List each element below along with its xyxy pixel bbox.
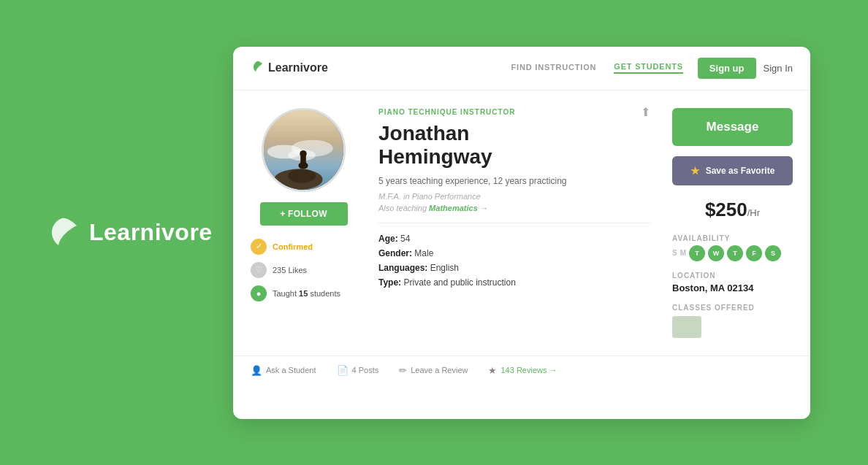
avatar bbox=[262, 108, 346, 192]
day-m: M bbox=[680, 249, 686, 257]
availability-label: AVAILABILITY bbox=[672, 234, 793, 242]
nav-logo-label: Learnivore bbox=[268, 61, 328, 74]
confirmed-label: Confirmed bbox=[273, 242, 313, 251]
students-stat: ● Taught 15 students bbox=[251, 285, 357, 301]
reviews-icon: ★ bbox=[488, 365, 497, 376]
favorite-button[interactable]: ★ Save as Favorite bbox=[672, 156, 793, 185]
availability-days: S M T W T F S bbox=[672, 245, 793, 261]
also-teaching-link[interactable]: Mathematics bbox=[429, 204, 478, 212]
instructor-name: Jonathan Hemingway bbox=[378, 122, 650, 169]
share-icon[interactable]: ⬆ bbox=[641, 105, 650, 119]
follow-button[interactable]: + FOLLOW bbox=[260, 202, 348, 226]
age-row: Age: 54 bbox=[378, 234, 650, 244]
tab-leave-review[interactable]: ✏ Leave a Review bbox=[399, 365, 468, 376]
availability-section: AVAILABILITY S M T W T F S bbox=[672, 234, 793, 261]
signin-button[interactable]: Sign In bbox=[764, 63, 793, 74]
nav-links: FIND INSTRUCTION GET STUDENTS bbox=[511, 62, 683, 74]
stats-list: ✓ Confirmed ♡ 235 Likes ● Taught 15 stud… bbox=[251, 239, 357, 301]
svg-point-5 bbox=[288, 169, 316, 182]
gender-row: Gender: Male bbox=[378, 248, 650, 258]
tab-reviews-label: 143 Reviews → bbox=[500, 366, 557, 374]
ask-student-icon: 👤 bbox=[251, 365, 262, 376]
confirmed-stat: ✓ Confirmed bbox=[251, 239, 357, 255]
likes-icon: ♡ bbox=[251, 262, 267, 278]
message-button[interactable]: Message bbox=[672, 108, 793, 146]
price-unit: /Hr bbox=[747, 207, 760, 218]
price-value: $250 bbox=[705, 199, 747, 220]
location-section: LOCATION Boston, MA 02134 bbox=[672, 272, 793, 293]
posts-icon: 📄 bbox=[337, 365, 349, 376]
tab-posts-label: 4 Posts bbox=[352, 366, 379, 374]
likes-label: 235 Likes bbox=[273, 266, 307, 274]
svg-point-8 bbox=[300, 150, 306, 156]
day-f: F bbox=[746, 245, 762, 261]
tab-reviews[interactable]: ★ 143 Reviews → bbox=[488, 365, 557, 376]
instructor-experience: 5 years teaching experience, 12 years pr… bbox=[378, 176, 650, 186]
day-s2: S bbox=[765, 245, 781, 261]
class-thumbnail bbox=[672, 316, 701, 338]
students-label: Taught 15 students bbox=[273, 289, 340, 298]
location-value: Boston, MA 02134 bbox=[672, 283, 793, 293]
students-icon: ● bbox=[251, 285, 267, 301]
tab-ask-student-label: Ask a Student bbox=[266, 366, 316, 374]
nav-logo-leaf-icon bbox=[251, 60, 264, 77]
nav-logo: Learnivore bbox=[251, 60, 328, 77]
instructor-tag: PIANO TECHNIQUE INSTRUCTOR bbox=[378, 108, 516, 116]
instructor-degree: M.F.A. in Piano Performance bbox=[378, 192, 650, 201]
day-t1: T bbox=[689, 245, 705, 261]
left-panel: + FOLLOW ✓ Confirmed ♡ 235 Likes ● Taugh… bbox=[251, 108, 357, 338]
signup-button[interactable]: Sign up bbox=[698, 58, 756, 79]
day-w: W bbox=[708, 245, 724, 261]
classes-label: CLASSES OFFERED bbox=[672, 304, 793, 312]
languages-row: Languages: English bbox=[378, 263, 650, 273]
bg-logo-text: Learnivore bbox=[89, 219, 213, 246]
middle-panel: PIANO TECHNIQUE INSTRUCTOR ⬆ Jonathan He… bbox=[371, 108, 658, 338]
type-row: Type: Private and public instruction bbox=[378, 277, 650, 288]
likes-stat: ♡ 235 Likes bbox=[251, 262, 357, 278]
day-s1: S bbox=[672, 249, 677, 257]
price-area: $250/Hr bbox=[672, 196, 793, 224]
also-teaching: Also teaching Mathematics → bbox=[378, 204, 650, 212]
navbar: Learnivore FIND INSTRUCTION GET STUDENTS… bbox=[233, 47, 810, 91]
tab-leave-review-label: Leave a Review bbox=[411, 366, 468, 374]
info-list: Age: 54 Gender: Male Languages: English … bbox=[378, 234, 650, 288]
nav-get-students[interactable]: GET STUDENTS bbox=[614, 62, 683, 74]
background-logo: Learnivore bbox=[44, 215, 213, 251]
main-card: Learnivore FIND INSTRUCTION GET STUDENTS… bbox=[233, 47, 810, 419]
card-body: + FOLLOW ✓ Confirmed ♡ 235 Likes ● Taugh… bbox=[233, 91, 810, 356]
nav-find-instruction[interactable]: FIND INSTRUCTION bbox=[511, 63, 597, 73]
tab-posts[interactable]: 📄 4 Posts bbox=[337, 365, 379, 376]
location-label: LOCATION bbox=[672, 272, 793, 280]
tab-ask-student[interactable]: 👤 Ask a Student bbox=[251, 365, 316, 376]
tabs-bar: 👤 Ask a Student 📄 4 Posts ✏ Leave a Revi… bbox=[233, 356, 810, 385]
leave-review-icon: ✏ bbox=[399, 365, 407, 376]
confirmed-icon: ✓ bbox=[251, 239, 267, 255]
day-t2: T bbox=[727, 245, 743, 261]
star-icon: ★ bbox=[690, 165, 700, 177]
right-panel: Message ★ Save as Favorite $250/Hr AVAIL… bbox=[672, 108, 793, 338]
classes-section: CLASSES OFFERED bbox=[672, 304, 793, 338]
